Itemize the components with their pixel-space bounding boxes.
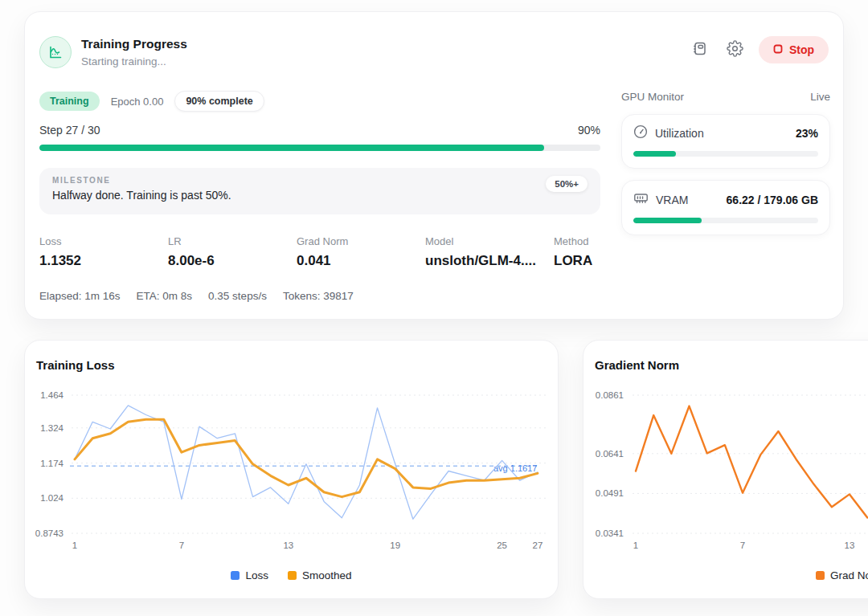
gauge-icon — [633, 124, 648, 142]
vram-bar — [633, 218, 818, 223]
tokens-label: Tokens: 39817 — [283, 290, 354, 302]
loss-chart-plot: 1.4641.3241.1741.0240.87431713192527avg … — [25, 341, 559, 561]
svg-text:25: 25 — [497, 541, 507, 550]
svg-text:0.0491: 0.0491 — [596, 488, 624, 498]
gpu-live-badge: Live — [810, 91, 830, 103]
stats-row: Loss 1.1352 LR 8.00e-6 Grad Norm 0.041 M… — [39, 235, 602, 269]
page: Training Progress Starting training... — [0, 0, 868, 616]
grad-chart-legend: Grad Norm — [583, 569, 868, 581]
gpu-monitor-panel: GPU Monitor Live Utilization 23% — [621, 91, 830, 235]
step-row: Step 27 / 30 90% — [39, 124, 600, 137]
logs-button[interactable] — [688, 38, 712, 62]
legend-swatch — [288, 571, 297, 580]
svg-text:1: 1 — [72, 541, 77, 550]
milestone-text: Halfway done. Training is past 50%. — [52, 189, 588, 202]
gpu-monitor-title: GPU Monitor — [621, 91, 684, 103]
status-subtitle: Starting training... — [81, 55, 166, 67]
gpu-vram-card: VRAM 66.22 / 179.06 GB — [621, 180, 830, 235]
stop-button[interactable]: Stop — [759, 36, 829, 63]
step-percent: 90% — [578, 124, 600, 137]
svg-text:13: 13 — [845, 541, 855, 550]
svg-text:0.0861: 0.0861 — [596, 390, 624, 400]
stat-lr: LR 8.00e-6 — [168, 235, 297, 269]
epoch-label: Epoch 0.00 — [111, 96, 164, 108]
svg-text:1.024: 1.024 — [40, 493, 63, 503]
training-loss-chart-card: Training Loss 1.4641.3241.1741.0240.8743… — [24, 340, 559, 599]
legend-swatch — [231, 571, 240, 580]
training-chart-icon — [39, 36, 72, 68]
status-badge: Training — [39, 92, 100, 111]
milestone-kicker: MILESTONE — [52, 176, 588, 185]
svg-text:avg 1.1617: avg 1.1617 — [493, 463, 537, 473]
utilization-bar — [633, 151, 818, 157]
milestone-box: MILESTONE Halfway done. Training is past… — [39, 168, 600, 214]
grad-chart-plot: 0.08610.06410.04910.03411713 — [583, 341, 868, 561]
svg-text:0.0341: 0.0341 — [596, 528, 624, 538]
step-progress-fill — [39, 145, 544, 151]
svg-text:0.8743: 0.8743 — [35, 528, 63, 538]
svg-text:1: 1 — [633, 541, 638, 550]
legend-label: Loss — [245, 569, 268, 581]
stat-model: Model unsloth/GLM-4.... — [425, 235, 554, 269]
eta-label: ETA: 0m 8s — [137, 290, 193, 302]
stat-method: Method LORA — [554, 235, 592, 269]
stat-loss: Loss 1.1352 — [39, 235, 168, 269]
settings-button[interactable] — [723, 38, 747, 62]
notebook-icon — [691, 40, 708, 59]
svg-text:27: 27 — [533, 541, 543, 550]
svg-text:13: 13 — [283, 541, 293, 550]
svg-text:1.174: 1.174 — [40, 459, 63, 468]
timing-row: Elapsed: 1m 16s ETA: 0m 8s 0.35 steps/s … — [39, 290, 354, 302]
stop-button-label: Stop — [789, 43, 814, 56]
utilization-bar-fill — [633, 151, 676, 157]
legend-item[interactable]: Grad Norm — [816, 569, 868, 581]
legend-swatch — [816, 571, 825, 580]
page-title: Training Progress — [81, 37, 187, 51]
milestone-badge: 50%+ — [546, 176, 588, 192]
svg-text:7: 7 — [740, 541, 745, 550]
gradient-norm-chart-card: Gradient Norm 0.08610.06410.04910.034117… — [583, 340, 868, 599]
gpu-utilization-card: Utilization 23% — [621, 114, 830, 169]
utilization-value: 23% — [796, 127, 818, 140]
svg-text:1.324: 1.324 — [40, 423, 63, 433]
legend-item[interactable]: Loss — [231, 569, 268, 581]
legend-item[interactable]: Smoothed — [288, 569, 352, 581]
svg-text:0.0641: 0.0641 — [596, 449, 624, 459]
stat-grad-norm: Grad Norm 0.041 — [297, 235, 425, 269]
vram-value: 66.22 / 179.06 GB — [727, 194, 818, 206]
gear-icon — [727, 40, 743, 59]
complete-badge: 90% complete — [174, 91, 264, 112]
svg-text:1.464: 1.464 — [40, 390, 63, 400]
vram-bar-fill — [633, 218, 702, 223]
legend-label: Grad Norm — [830, 569, 868, 581]
step-progress-bar — [39, 145, 600, 151]
vram-label: VRAM — [656, 194, 688, 206]
steps-per-sec-label: 0.35 steps/s — [208, 290, 267, 302]
training-progress-card: Training Progress Starting training... — [24, 11, 844, 320]
loss-chart-legend: LossSmoothed — [25, 569, 558, 581]
stop-square-icon — [773, 43, 783, 56]
card-header: Training Progress Starting training... — [39, 36, 829, 71]
legend-label: Smoothed — [302, 569, 352, 581]
svg-text:7: 7 — [179, 541, 184, 550]
badge-row: Training Epoch 0.00 90% complete — [39, 91, 264, 112]
svg-text:19: 19 — [390, 541, 400, 550]
ram-chip-icon — [633, 190, 649, 209]
step-label: Step 27 / 30 — [39, 124, 100, 137]
utilization-label: Utilization — [655, 127, 704, 140]
elapsed-label: Elapsed: 1m 16s — [39, 290, 121, 302]
